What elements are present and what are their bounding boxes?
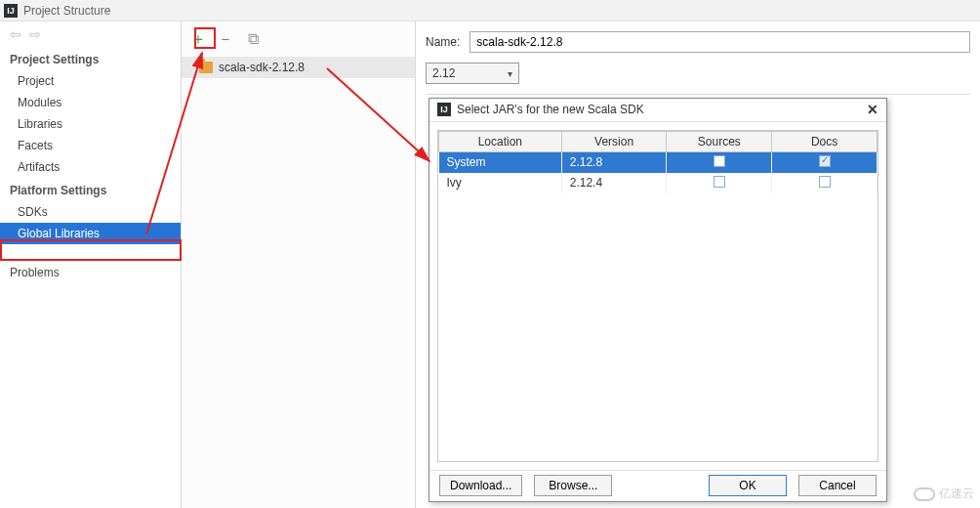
- name-input[interactable]: [470, 31, 970, 53]
- intellij-icon: IJ: [437, 103, 451, 116]
- chevron-down-icon: ▾: [508, 68, 512, 79]
- copy-library-icon[interactable]: ⧉: [244, 30, 262, 48]
- add-library-icon[interactable]: ＋: [189, 30, 207, 48]
- col-sources[interactable]: Sources: [667, 131, 772, 151]
- sources-checkbox[interactable]: [714, 176, 725, 188]
- dialog-titlebar: IJ Select JAR's for the new Scala SDK ✕: [429, 99, 886, 122]
- jars-table: Location Version Sources Docs System 2.1…: [437, 130, 878, 462]
- ok-button[interactable]: OK: [709, 475, 787, 496]
- docs-checkbox[interactable]: [819, 155, 831, 167]
- library-row-label: scala-sdk-2.12.8: [219, 61, 305, 74]
- select-jars-dialog: IJ Select JAR's for the new Scala SDK ✕ …: [429, 98, 887, 502]
- sidebar-item-facets[interactable]: Facets: [0, 135, 181, 156]
- dialog-footer: Download... Browse... OK Cancel: [429, 470, 886, 501]
- sidebar-item-sdks[interactable]: SDKs: [0, 201, 181, 223]
- download-button[interactable]: Download...: [439, 475, 522, 496]
- folder-icon: [199, 62, 213, 73]
- col-docs[interactable]: Docs: [772, 131, 878, 151]
- window-titlebar: IJ Project Structure: [0, 0, 980, 21]
- remove-library-icon[interactable]: －: [217, 30, 234, 48]
- name-label: Name:: [426, 35, 460, 49]
- cell-location: System: [439, 151, 562, 173]
- divider: [426, 94, 970, 95]
- sidebar-item-modules[interactable]: Modules: [0, 92, 181, 113]
- dialog-title: Select JAR's for the new Scala SDK: [457, 103, 644, 116]
- watermark: 亿速云: [914, 486, 974, 502]
- version-combo-value: 2.12: [432, 66, 455, 80]
- browse-button[interactable]: Browse...: [534, 475, 612, 496]
- libraries-toolbar: ＋ － ⧉: [182, 21, 415, 57]
- library-row[interactable]: scala-sdk-2.12.8: [182, 57, 415, 78]
- docs-checkbox[interactable]: [819, 176, 831, 188]
- cell-version: 2.12.8: [561, 151, 667, 173]
- section-platform-settings: Platform Settings: [0, 178, 181, 201]
- version-combo[interactable]: 2.12 ▾: [426, 63, 519, 84]
- col-version[interactable]: Version: [561, 131, 667, 151]
- sidebar-item-artifacts[interactable]: Artifacts: [0, 156, 181, 178]
- nav-forward-icon[interactable]: ⇨: [29, 26, 41, 42]
- nav-back-icon[interactable]: ⇦: [10, 26, 21, 42]
- table-row[interactable]: System 2.12.8: [439, 151, 878, 173]
- libraries-panel: ＋ － ⧉ scala-sdk-2.12.8: [182, 21, 416, 508]
- sidebar-item-problems[interactable]: Problems: [0, 262, 181, 283]
- sidebar-item-project[interactable]: Project: [0, 70, 181, 92]
- cloud-icon: [914, 487, 935, 501]
- cell-location: Ivy: [439, 173, 562, 193]
- window-title: Project Structure: [23, 4, 110, 18]
- cancel-button[interactable]: Cancel: [798, 475, 877, 496]
- section-project-settings: Project Settings: [0, 47, 181, 70]
- close-icon[interactable]: ✕: [867, 102, 878, 117]
- sidebar-item-global-libraries[interactable]: Global Libraries: [0, 223, 181, 244]
- intellij-icon: IJ: [4, 4, 18, 18]
- cell-version: 2.12.4: [561, 173, 667, 193]
- col-location[interactable]: Location: [439, 131, 562, 151]
- sources-checkbox[interactable]: [714, 155, 725, 167]
- sidebar-item-libraries[interactable]: Libraries: [0, 113, 181, 135]
- table-row[interactable]: Ivy 2.12.4: [439, 173, 878, 193]
- sidebar: ⇦ ⇨ Project Settings Project Modules Lib…: [0, 21, 182, 508]
